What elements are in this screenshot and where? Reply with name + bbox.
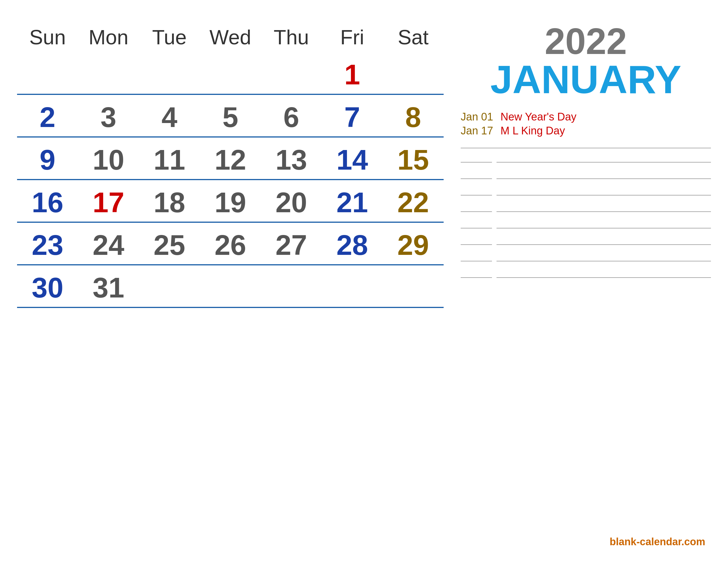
notes-text-line-7	[497, 270, 711, 278]
day-cell-15: 15	[383, 140, 444, 177]
day-cell-25: 25	[139, 225, 200, 262]
holiday-item-1: Jan 17M L King Day	[461, 125, 711, 137]
day-cell-4: 4	[139, 97, 200, 134]
notes-text-line-2	[497, 187, 711, 196]
day-cell-22: 22	[383, 183, 444, 219]
notes-text-line-1	[497, 171, 711, 179]
notes-date-line-3	[461, 204, 492, 212]
calendar-section: SunMonTueWedThuFriSat 123456789101112131…	[17, 23, 444, 545]
info-section: 2022 JANUARY Jan 01New Year's DayJan 17M…	[444, 23, 711, 545]
day-cell-12: 12	[200, 140, 261, 177]
day-cell-empty	[139, 55, 200, 92]
day-cell-2: 2	[17, 97, 78, 134]
day-cell-29: 29	[383, 225, 444, 262]
notes-row-0	[461, 154, 711, 163]
calendar-week-5: 23242526272829	[17, 225, 444, 266]
holidays-section: Jan 01New Year's DayJan 17M L King Day	[461, 111, 711, 139]
day-cell-20: 20	[261, 183, 322, 219]
calendar-page: SunMonTueWedThuFriSat 123456789101112131…	[0, 0, 728, 562]
day-headers-row: SunMonTueWedThuFriSat	[17, 23, 444, 52]
notes-lines	[461, 144, 711, 545]
day-cell-28: 28	[322, 225, 382, 262]
notes-date-line-1	[461, 171, 492, 179]
day-cell-9: 9	[17, 140, 78, 177]
calendar-week-6: 3031	[17, 268, 444, 308]
day-cell-18: 18	[139, 183, 200, 219]
day-cell-30: 30	[17, 268, 78, 304]
day-cell-empty	[78, 55, 139, 92]
notes-date-line-6	[461, 253, 492, 262]
day-cell-19: 19	[200, 183, 261, 219]
day-cell-1: 1	[322, 55, 382, 92]
day-header-fri: Fri	[322, 23, 382, 52]
day-header-thu: Thu	[261, 23, 322, 52]
day-cell-8: 8	[383, 97, 444, 134]
notes-date-line-5	[461, 237, 492, 245]
day-header-tue: Tue	[139, 23, 200, 52]
day-cell-26: 26	[200, 225, 261, 262]
notes-text-line-0	[497, 154, 711, 163]
day-cell-empty	[261, 55, 322, 92]
notes-date-line-0	[461, 154, 492, 163]
day-header-sat: Sat	[383, 23, 444, 52]
notes-text-line-5	[497, 237, 711, 245]
day-cell-empty	[17, 55, 78, 92]
day-cell-11: 11	[139, 140, 200, 177]
holiday-date-1: Jan 17	[461, 125, 495, 137]
holiday-item-0: Jan 01New Year's Day	[461, 111, 711, 123]
day-cell-31: 31	[78, 268, 139, 304]
notes-text-line-4	[497, 220, 711, 229]
calendar-week-3: 9101112131415	[17, 140, 444, 180]
notes-date-line-2	[461, 187, 492, 196]
notes-text-line-6	[497, 253, 711, 262]
notes-row-5	[461, 237, 711, 245]
day-cell-17: 17	[78, 183, 139, 219]
day-cell-13: 13	[261, 140, 322, 177]
day-cell-24: 24	[78, 225, 139, 262]
notes-row-4	[461, 220, 711, 229]
day-header-sun: Sun	[17, 23, 78, 52]
day-cell-16: 16	[17, 183, 78, 219]
day-cell-10: 10	[78, 140, 139, 177]
footer-credit: blank-calendar.com	[610, 536, 705, 548]
day-cell-7: 7	[322, 97, 382, 134]
holiday-name-1: M L King Day	[501, 125, 565, 137]
day-cell-empty	[139, 268, 200, 304]
calendar-week-2: 2345678	[17, 97, 444, 138]
notes-divider	[461, 148, 711, 148]
day-cell-empty	[261, 268, 322, 304]
day-cell-empty	[200, 268, 261, 304]
day-cell-empty	[383, 268, 444, 304]
day-cell-27: 27	[261, 225, 322, 262]
day-header-mon: Mon	[78, 23, 139, 52]
day-cell-21: 21	[322, 183, 382, 219]
notes-row-7	[461, 270, 711, 278]
notes-text-line-3	[497, 204, 711, 212]
day-cell-empty	[200, 55, 261, 92]
day-cell-5: 5	[200, 97, 261, 134]
notes-date-line-4	[461, 220, 492, 229]
day-cell-3: 3	[78, 97, 139, 134]
day-header-wed: Wed	[200, 23, 261, 52]
notes-row-6	[461, 253, 711, 262]
calendar-week-4: 16171819202122	[17, 183, 444, 223]
notes-date-line-7	[461, 270, 492, 278]
notes-row-3	[461, 204, 711, 212]
month-display: JANUARY	[461, 60, 711, 100]
notes-row-1	[461, 171, 711, 179]
day-cell-empty	[322, 268, 382, 304]
notes-row-2	[461, 187, 711, 196]
calendar-grid: 1234567891011121314151617181920212223242…	[17, 55, 444, 545]
year-display: 2022	[461, 23, 711, 60]
holiday-name-0: New Year's Day	[501, 111, 576, 123]
day-cell-6: 6	[261, 97, 322, 134]
day-cell-empty	[383, 55, 444, 92]
holiday-date-0: Jan 01	[461, 111, 495, 123]
calendar-week-1: 1	[17, 55, 444, 95]
day-cell-23: 23	[17, 225, 78, 262]
day-cell-14: 14	[322, 140, 382, 177]
